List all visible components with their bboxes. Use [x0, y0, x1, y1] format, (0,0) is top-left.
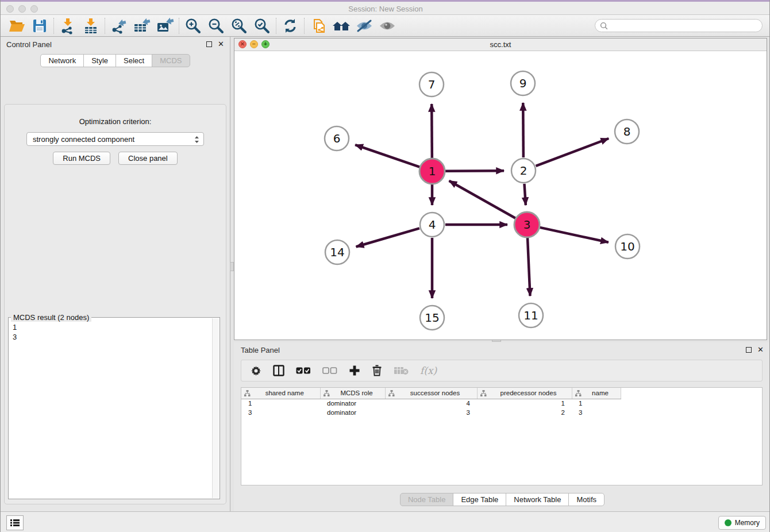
- graph-node-7[interactable]: 7: [419, 72, 444, 97]
- memory-status-icon: [725, 519, 732, 526]
- control-panel-title: Control Panel: [6, 40, 52, 49]
- graph-edge-3-11[interactable]: [528, 238, 530, 296]
- column-header-shared-name[interactable]: shared name: [241, 388, 320, 399]
- graph-node-8[interactable]: 8: [615, 119, 639, 144]
- graph-node-15[interactable]: 15: [420, 306, 444, 330]
- select-all-icon[interactable]: [296, 367, 311, 375]
- graph-node-4[interactable]: 4: [420, 213, 444, 237]
- tab-select[interactable]: Select: [116, 54, 152, 67]
- graph-node-14[interactable]: 14: [325, 240, 349, 264]
- mcds-panel: Optimization criterion: strongly connect…: [4, 104, 226, 504]
- delete-column-icon[interactable]: [372, 365, 382, 376]
- svg-text:3: 3: [523, 218, 531, 232]
- tab-style[interactable]: Style: [83, 54, 116, 67]
- float-panel-icon[interactable]: [746, 347, 752, 353]
- tab-edge-table[interactable]: Edge Table: [453, 493, 506, 506]
- memory-button[interactable]: Memory: [718, 516, 766, 530]
- tab-motifs[interactable]: Motifs: [568, 493, 605, 506]
- close-panel-icon[interactable]: ✕: [757, 347, 764, 353]
- task-history-button[interactable]: [6, 515, 24, 530]
- graph-node-9[interactable]: 9: [511, 71, 535, 95]
- result-scrollbar[interactable]: [212, 318, 219, 498]
- svg-text:14: 14: [330, 245, 344, 259]
- column-header-predecessor-nodes[interactable]: predecessor nodes: [477, 388, 572, 399]
- network-graph[interactable]: 7968124314101511: [234, 51, 767, 340]
- graph-edge-2-8[interactable]: [536, 138, 609, 166]
- table-cell[interactable]: 1: [241, 399, 320, 408]
- graph-edge-1-7[interactable]: [432, 104, 432, 158]
- svg-text:7: 7: [428, 78, 436, 91]
- table-cell[interactable]: 3: [572, 408, 621, 417]
- add-column-icon[interactable]: [349, 365, 360, 376]
- table-cell[interactable]: 4: [385, 399, 477, 408]
- optimization-dropdown[interactable]: strongly connected component: [26, 132, 204, 146]
- tab-mcds[interactable]: MCDS: [152, 54, 190, 67]
- table-cell[interactable]: dominator: [320, 408, 385, 417]
- zoom-in-icon[interactable]: [182, 17, 205, 35]
- export-image-icon[interactable]: [153, 17, 176, 35]
- table-cell[interactable]: dominator: [320, 399, 385, 408]
- table-panel-title: Table Panel: [241, 346, 280, 354]
- mcds-result-box: MCDS result (2 nodes) 13: [8, 317, 220, 499]
- splitter-handle[interactable]: [230, 262, 234, 271]
- table-row[interactable]: 1dominator411: [241, 399, 621, 408]
- graph-edge-3-10[interactable]: [540, 228, 608, 242]
- import-network-icon[interactable]: [56, 17, 79, 35]
- network-window-title: scc.txt: [234, 40, 767, 49]
- graph-node-11[interactable]: 11: [519, 303, 543, 327]
- show-all-icon[interactable]: [376, 17, 399, 35]
- table-cell[interactable]: 2: [477, 408, 572, 417]
- svg-text:2: 2: [520, 164, 528, 178]
- search-box[interactable]: [595, 19, 763, 32]
- mcds-result-line: 3: [13, 332, 212, 342]
- table-row[interactable]: 3dominator323: [241, 408, 621, 417]
- zoom-selected-icon[interactable]: [251, 17, 274, 35]
- column-header-MCDS-role[interactable]: MCDS role: [320, 388, 385, 399]
- export-table-icon[interactable]: [130, 17, 153, 35]
- export-network-icon[interactable]: [107, 17, 130, 35]
- graph-node-1[interactable]: 1: [419, 159, 445, 184]
- graph-node-2[interactable]: 2: [511, 159, 536, 183]
- graph-edge-1-2[interactable]: [445, 171, 504, 171]
- graph-edge-1-6[interactable]: [355, 145, 419, 167]
- float-panel-icon[interactable]: [206, 41, 212, 47]
- network-canvas[interactable]: 7968124314101511: [234, 51, 767, 340]
- open-file-icon[interactable]: [5, 17, 28, 35]
- import-table-icon[interactable]: [79, 17, 102, 35]
- close-panel-icon[interactable]: ✕: [218, 41, 224, 47]
- graph-edge-2-9[interactable]: [523, 103, 523, 157]
- graph-node-6[interactable]: 6: [325, 126, 349, 151]
- zoom-fit-icon[interactable]: [228, 17, 251, 35]
- node-table[interactable]: shared nameMCDS rolesuccessor nodesprede…: [241, 387, 763, 485]
- gear-icon[interactable]: [251, 365, 261, 376]
- column-header-successor-nodes[interactable]: successor nodes: [385, 388, 477, 399]
- tab-network[interactable]: Network: [40, 54, 84, 67]
- first-neighbors-icon[interactable]: [330, 17, 353, 35]
- column-layout-icon[interactable]: [273, 365, 284, 376]
- duplicate-network-icon[interactable]: [307, 17, 330, 35]
- graph-node-10[interactable]: 10: [615, 234, 640, 259]
- tab-network-table[interactable]: Network Table: [506, 493, 569, 506]
- close-panel-button[interactable]: Close panel: [118, 152, 178, 165]
- column-header-name[interactable]: name: [572, 388, 621, 399]
- graph-edge-4-14[interactable]: [356, 228, 419, 246]
- graph-edge-2-3[interactable]: [524, 184, 525, 205]
- zoom-out-icon[interactable]: [205, 17, 228, 35]
- search-input[interactable]: [611, 22, 757, 30]
- save-session-icon[interactable]: [28, 17, 51, 35]
- graph-node-3[interactable]: 3: [514, 212, 540, 237]
- svg-text:4: 4: [429, 218, 436, 232]
- svg-text:15: 15: [425, 311, 439, 325]
- table-cell[interactable]: 1: [477, 399, 572, 408]
- network-window-titlebar[interactable]: ✕ − + scc.txt: [234, 38, 767, 51]
- status-bar: Memory: [1, 511, 770, 532]
- tab-node-table[interactable]: Node Table: [400, 493, 454, 506]
- hide-selected-icon[interactable]: [353, 17, 376, 35]
- deselect-all-icon[interactable]: [322, 367, 337, 375]
- graph-edge-3-1[interactable]: [449, 181, 515, 218]
- refresh-layout-icon[interactable]: [279, 17, 302, 35]
- table-cell[interactable]: 3: [241, 408, 320, 417]
- run-mcds-button[interactable]: Run MCDS: [53, 152, 110, 165]
- table-cell[interactable]: 1: [572, 399, 621, 408]
- table-cell[interactable]: 3: [385, 408, 477, 417]
